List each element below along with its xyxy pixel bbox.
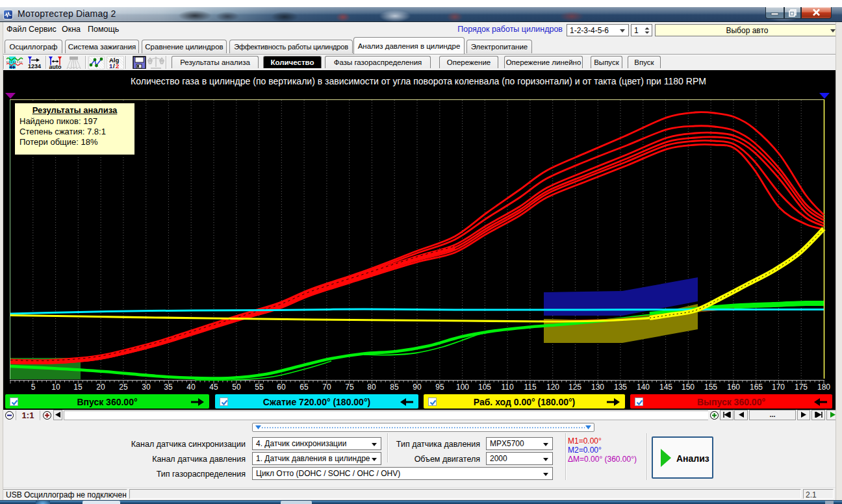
svg-text:45: 45 bbox=[209, 383, 218, 392]
svg-text:100: 100 bbox=[456, 383, 469, 392]
svg-text:5: 5 bbox=[31, 383, 36, 392]
svg-text:90: 90 bbox=[413, 383, 422, 392]
svg-text:40: 40 bbox=[186, 383, 196, 392]
svg-text:35: 35 bbox=[164, 383, 173, 392]
svg-text:50: 50 bbox=[232, 383, 241, 392]
svg-text:130: 130 bbox=[591, 383, 604, 392]
svg-text:110: 110 bbox=[501, 383, 513, 392]
svg-text:75: 75 bbox=[345, 383, 354, 392]
svg-text:95: 95 bbox=[435, 383, 444, 392]
svg-text:155: 155 bbox=[704, 383, 717, 392]
svg-text:105: 105 bbox=[478, 383, 491, 392]
svg-text:135: 135 bbox=[614, 383, 627, 392]
svg-text:30: 30 bbox=[142, 383, 151, 392]
svg-text:140: 140 bbox=[637, 383, 650, 392]
svg-text:180: 180 bbox=[817, 383, 830, 392]
svg-text:170: 170 bbox=[772, 383, 785, 392]
svg-text:165: 165 bbox=[750, 383, 763, 392]
svg-text:20: 20 bbox=[96, 383, 105, 392]
svg-text:80: 80 bbox=[367, 383, 376, 392]
svg-text:60: 60 bbox=[277, 383, 286, 392]
svg-text:85: 85 bbox=[390, 383, 399, 392]
svg-text:70: 70 bbox=[322, 383, 331, 392]
svg-text:25: 25 bbox=[119, 383, 128, 392]
svg-text:160: 160 bbox=[727, 383, 740, 392]
svg-text:175: 175 bbox=[795, 383, 808, 392]
svg-text:145: 145 bbox=[659, 383, 672, 392]
svg-text:120: 120 bbox=[546, 383, 559, 392]
svg-text:150: 150 bbox=[682, 383, 695, 392]
svg-text:55: 55 bbox=[255, 383, 264, 392]
svg-text:65: 65 bbox=[300, 383, 309, 392]
svg-text:125: 125 bbox=[568, 383, 581, 392]
svg-text:115: 115 bbox=[524, 383, 536, 392]
svg-text:10: 10 bbox=[51, 383, 60, 392]
svg-text:15: 15 bbox=[73, 383, 83, 392]
